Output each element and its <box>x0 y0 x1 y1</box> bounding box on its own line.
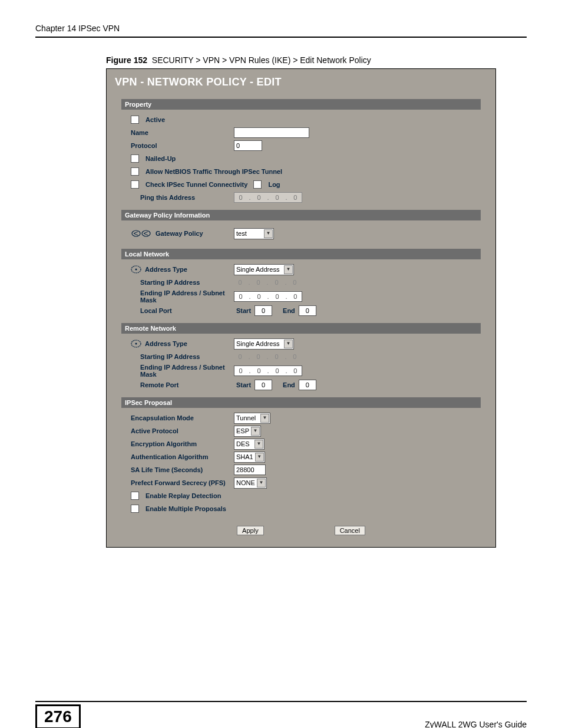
remote-start-ip-label: Starting IP Address <box>140 353 234 360</box>
page-header: Chapter 14 IPSec VPN <box>35 24 527 38</box>
nailed-up-checkbox[interactable] <box>131 154 139 163</box>
chevron-down-icon: ▼ <box>284 340 293 348</box>
active-proto-select[interactable]: ESP ▼ <box>234 426 261 437</box>
protocol-label: Protocol <box>131 142 234 149</box>
protocol-input[interactable] <box>234 140 262 151</box>
active-checkbox[interactable] <box>131 116 139 124</box>
name-input[interactable] <box>234 127 309 138</box>
encap-label: Encapsulation Mode <box>131 414 234 421</box>
local-start-ip-value: 0. 0. 0. 0 <box>234 279 301 286</box>
replay-checkbox[interactable] <box>131 492 139 500</box>
page-number: 276 <box>35 704 81 728</box>
section-gateway: Gateway Policy Information <box>121 210 481 220</box>
local-end-ip-field[interactable]: 0. 0. 0. 0 <box>234 291 302 302</box>
remote-end-ip-label: Ending IP Address / Subnet Mask <box>140 364 234 378</box>
remote-port-end-input[interactable] <box>299 380 316 390</box>
netbios-checkbox[interactable] <box>131 167 139 176</box>
auth-algo-label: Authentication Algorithm <box>131 453 234 460</box>
check-conn-checkbox[interactable] <box>131 180 139 189</box>
pfs-select[interactable]: NONE ▼ <box>234 477 267 489</box>
log-checkbox[interactable] <box>253 180 262 189</box>
chevron-down-icon: ▼ <box>254 440 263 449</box>
multi-prop-label: Enable Multiple Proposals <box>146 505 226 512</box>
local-end-ip-label: Ending IP Address / Subnet Mask <box>140 289 234 304</box>
chevron-down-icon: ▼ <box>284 265 293 274</box>
multi-prop-checkbox[interactable] <box>131 505 139 513</box>
apply-button[interactable]: Apply <box>237 526 264 535</box>
active-label: Active <box>146 116 165 123</box>
netbios-label: Allow NetBIOS Traffic Through IPSec Tunn… <box>146 168 282 175</box>
log-label: Log <box>268 181 280 188</box>
local-start-ip-label: Starting IP Address <box>140 279 234 286</box>
figure-label: Figure 152 <box>106 55 147 65</box>
gateway-policy-label: Gateway Policy <box>156 230 203 237</box>
chevron-down-icon: ▼ <box>251 427 260 436</box>
remote-addr-type-label: Address Type <box>145 340 187 347</box>
gateway-policy-select[interactable]: test ▼ <box>234 228 274 239</box>
sa-life-input[interactable] <box>234 465 266 475</box>
remote-start-ip-value: 0. 0. 0. 0 <box>234 353 301 360</box>
svg-point-3 <box>135 269 137 271</box>
remote-port-start-label: Start <box>236 381 251 388</box>
local-port-end-input[interactable] <box>299 305 316 316</box>
vpn-policy-panel: VPN - NETWORK POLICY - EDIT Property Act… <box>106 68 496 548</box>
section-property: Property <box>121 99 481 110</box>
section-ipsec: IPSec Proposal <box>121 397 481 408</box>
svg-point-1 <box>142 230 150 236</box>
remote-end-ip-field[interactable]: 0. 0. 0. 0 <box>234 365 302 376</box>
footer-text: ZyWALL 2WG User's Guide <box>425 720 527 728</box>
cancel-button[interactable]: Cancel <box>335 526 365 535</box>
sa-life-label: SA Life Time (Seconds) <box>131 466 234 473</box>
figure-breadcrumb: SECURITY > VPN > VPN Rules (IKE) > Edit … <box>152 55 371 65</box>
remote-addr-type-select[interactable]: Single Address ▼ <box>234 338 294 350</box>
local-port-start-label: Start <box>236 307 251 314</box>
chevron-down-icon: ▼ <box>255 453 264 462</box>
enc-algo-label: Encryption Algorithm <box>131 440 234 447</box>
remote-port-start-input[interactable] <box>254 380 272 390</box>
remote-net-icon <box>131 340 141 348</box>
svg-point-0 <box>132 230 140 236</box>
encap-select[interactable]: Tunnel ▼ <box>234 413 270 424</box>
name-label: Name <box>131 129 234 136</box>
chevron-down-icon: ▼ <box>257 479 266 487</box>
pfs-label: Prefect Forward Secrecy (PFS) <box>131 479 234 486</box>
enc-algo-select[interactable]: DES ▼ <box>234 439 265 450</box>
active-proto-label: Active Protocol <box>131 427 234 434</box>
panel-title: VPN - NETWORK POLICY - EDIT <box>107 69 495 93</box>
figure-caption: Figure 152 SECURITY > VPN > VPN Rules (I… <box>106 55 527 65</box>
chevron-down-icon: ▼ <box>260 414 269 423</box>
nailed-up-label: Nailed-Up <box>146 155 176 162</box>
svg-point-5 <box>135 343 137 345</box>
local-addr-type-select[interactable]: Single Address ▼ <box>234 264 294 275</box>
ping-addr-label: Ping this Address <box>140 194 234 201</box>
local-net-icon <box>131 265 141 274</box>
replay-label: Enable Replay Detection <box>146 492 221 499</box>
auth-algo-select[interactable]: SHA1 ▼ <box>234 452 265 463</box>
check-conn-label: Check IPSec Tunnel Connectivity <box>146 181 247 188</box>
section-local: Local Network <box>121 249 481 259</box>
local-port-start-input[interactable] <box>254 305 272 316</box>
ping-ip-field: 0. 0. 0. 0 <box>234 192 302 203</box>
gateway-icon <box>131 229 152 238</box>
remote-port-end-label: End <box>283 381 295 388</box>
chevron-down-icon: ▼ <box>264 229 273 238</box>
local-addr-type-label: Address Type <box>145 266 187 273</box>
local-port-label: Local Port <box>140 307 234 314</box>
section-remote: Remote Network <box>121 323 481 334</box>
local-port-end-label: End <box>283 307 295 314</box>
remote-port-label: Remote Port <box>140 381 234 388</box>
